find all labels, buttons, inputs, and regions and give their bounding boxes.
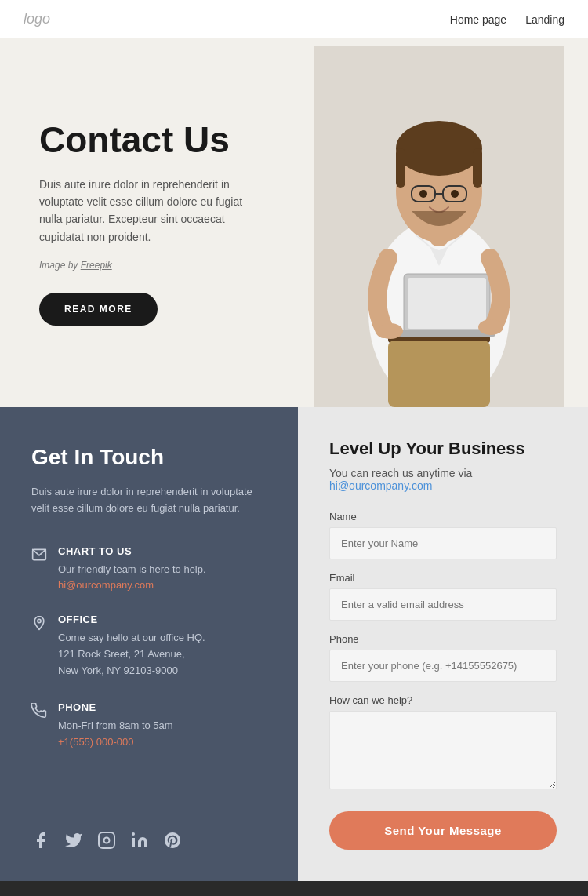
nav-links: Home page Landing <box>450 13 564 26</box>
contact-office-info: OFFICE Come say hello at our office HQ. … <box>58 614 205 679</box>
reach-text: You can reach us anytime via hi@ourcompa… <box>329 467 557 492</box>
left-description: Duis aute irure dolor in reprehenderit i… <box>31 484 267 517</box>
hero-section: Contact Us Duis aute irure dolor in repr… <box>0 38 588 407</box>
hero-title: Contact Us <box>39 120 243 160</box>
name-label: Name <box>329 511 557 523</box>
svg-rect-24 <box>99 832 114 848</box>
send-message-button[interactable]: Send Your Message <box>329 811 557 850</box>
contact-item-office: OFFICE Come say hello at our office HQ. … <box>31 614 267 679</box>
footer: Пример текста. Кликните, чтобы выбрать э… <box>0 881 588 896</box>
svg-rect-18 <box>408 278 486 329</box>
office-label: OFFICE <box>58 614 205 625</box>
contact-item-chart: CHART TO US Our friendly team is here to… <box>31 545 267 592</box>
linkedin-icon[interactable] <box>130 831 149 850</box>
chart-label: CHART TO US <box>58 545 206 557</box>
name-input[interactable] <box>329 527 557 559</box>
phone-link[interactable]: +1(555) 000-000 <box>58 736 134 748</box>
svg-point-11 <box>451 190 459 198</box>
chart-text: Our friendly team is here to help. <box>58 562 206 578</box>
hero-image-credit: Image by Freepik <box>39 260 243 271</box>
envelope-icon <box>31 547 47 563</box>
svg-rect-6 <box>473 148 482 188</box>
message-group: How can we help? <box>329 694 557 792</box>
hero-description: Duis aute irure dolor in reprehenderit i… <box>39 176 243 246</box>
facebook-icon[interactable] <box>31 831 50 850</box>
nav-home[interactable]: Home page <box>450 13 506 26</box>
email-label: Email <box>329 572 557 584</box>
email-input[interactable] <box>329 588 557 621</box>
svg-rect-5 <box>396 148 405 188</box>
map-pin-icon <box>31 615 47 631</box>
get-in-touch-title: Get In Touch <box>31 445 267 470</box>
hero-image <box>259 38 588 407</box>
nav-landing[interactable]: Landing <box>525 13 564 26</box>
read-more-button[interactable]: READ MORE <box>39 293 158 326</box>
navbar: logo Home page Landing <box>0 0 588 38</box>
svg-point-23 <box>38 620 41 623</box>
contact-chart-info: CHART TO US Our friendly team is here to… <box>58 545 206 592</box>
bottom-section: Get In Touch Duis aute irure dolor in re… <box>0 407 588 881</box>
phone-hours: Mon-Fri from 8am to 5am <box>58 718 173 734</box>
svg-point-20 <box>378 323 403 339</box>
svg-rect-16 <box>388 341 490 407</box>
twitter-icon[interactable] <box>64 831 83 850</box>
phone-label: PHONE <box>58 701 173 713</box>
hero-content: Contact Us Duis aute irure dolor in repr… <box>0 73 282 373</box>
name-group: Name <box>329 511 557 559</box>
instagram-icon[interactable] <box>97 831 116 850</box>
svg-point-25 <box>104 838 110 843</box>
contact-item-phone: PHONE Mon-Fri from 8am to 5am +1(555) 00… <box>31 701 267 748</box>
person-illustration <box>314 46 564 407</box>
svg-point-4 <box>396 121 482 176</box>
social-icons <box>31 815 267 850</box>
pinterest-icon[interactable] <box>163 831 182 850</box>
freepik-link[interactable]: Freepik <box>81 260 112 271</box>
message-textarea[interactable] <box>329 711 557 789</box>
right-panel: Level Up Your Business You can reach us … <box>298 407 588 881</box>
reach-email[interactable]: hi@ourcompany.com <box>329 479 432 492</box>
contact-phone-info: PHONE Mon-Fri from 8am to 5am +1(555) 00… <box>58 701 173 748</box>
logo: logo <box>24 11 50 27</box>
left-panel: Get In Touch Duis aute irure dolor in re… <box>0 407 298 881</box>
phone-label: Phone <box>329 633 557 645</box>
office-text: Come say hello at our office HQ. 121 Roc… <box>58 630 205 679</box>
email-group: Email <box>329 572 557 621</box>
reach-prefix: You can reach us anytime via <box>329 467 472 479</box>
phone-input[interactable] <box>329 650 557 682</box>
form-title: Level Up Your Business <box>329 439 557 459</box>
phone-icon <box>31 703 47 719</box>
svg-point-27 <box>132 832 135 836</box>
svg-point-26 <box>111 836 111 836</box>
svg-point-10 <box>419 190 427 198</box>
chart-email-link[interactable]: hi@ourcompany.com <box>58 579 154 591</box>
message-label: How can we help? <box>329 694 557 706</box>
svg-point-21 <box>478 319 503 335</box>
phone-group: Phone <box>329 633 557 682</box>
